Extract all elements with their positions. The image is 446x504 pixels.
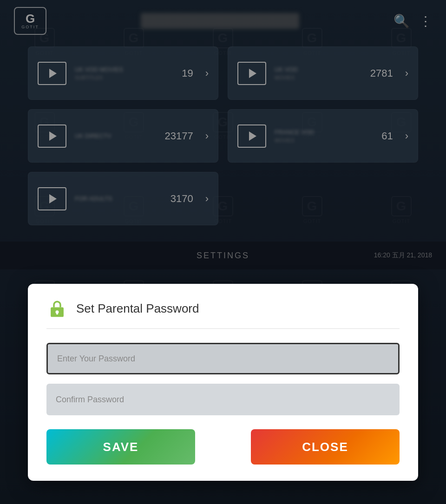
password-input[interactable] (46, 343, 400, 374)
lock-icon-wrap (46, 298, 68, 319)
svg-rect-2 (56, 313, 58, 314)
lock-icon (48, 299, 66, 318)
close-button[interactable]: CLOSE (251, 429, 400, 465)
modal-buttons: SAVE CLOSE (46, 429, 400, 465)
parental-password-dialog: Set Parental Password SAVE CLOSE (28, 284, 418, 481)
confirm-password-input[interactable] (46, 384, 400, 415)
modal-header: Set Parental Password (46, 298, 400, 329)
save-button[interactable]: SAVE (46, 429, 195, 465)
modal-title: Set Parental Password (76, 301, 199, 316)
